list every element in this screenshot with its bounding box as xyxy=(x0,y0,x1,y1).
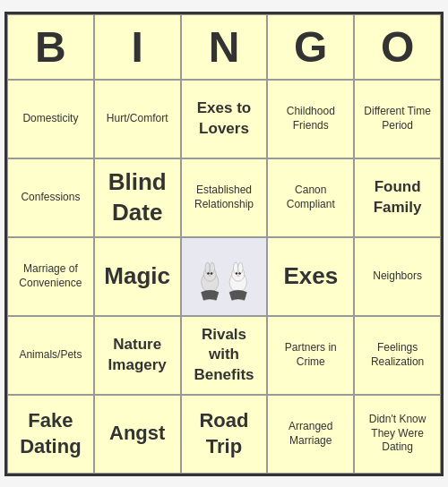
cell-r2-c0[interactable]: Marriage of Convenience xyxy=(7,237,94,316)
cell-r3-c2[interactable]: Rivals with Benefits xyxy=(181,316,268,395)
letter-i: I xyxy=(94,14,181,80)
bingo-header: B I N G O xyxy=(7,14,441,80)
cell-r3-c1[interactable]: Nature Imagery xyxy=(94,316,181,395)
letter-g: G xyxy=(267,14,354,80)
cell-text-r3-c3: Partners in Crime xyxy=(271,341,349,369)
cell-text-r0-c1: Hurt/Comfort xyxy=(107,112,168,126)
cell-text-r1-c1: Blind Date xyxy=(99,167,177,228)
cell-text-r2-c0: Marriage of Convenience xyxy=(12,262,90,290)
svg-point-13 xyxy=(237,275,240,277)
cell-r1-c0[interactable]: Confessions xyxy=(7,158,94,237)
cell-text-r0-c0: Domesticity xyxy=(22,112,78,126)
bingo-grid: DomesticityHurt/ComfortExes to LoversChi… xyxy=(7,80,441,474)
cell-r1-c1[interactable]: Blind Date xyxy=(94,158,181,237)
cell-text-r2-c1: Magic xyxy=(104,261,170,292)
svg-point-2 xyxy=(205,262,210,273)
cell-r0-c1[interactable]: Hurt/Comfort xyxy=(94,80,181,158)
cell-r2-c2[interactable] xyxy=(181,237,268,316)
cell-text-r3-c4: Feelings Realization xyxy=(358,341,436,369)
cell-r2-c4[interactable]: Neighbors xyxy=(354,237,441,316)
cell-r1-c4[interactable]: Found Family xyxy=(354,158,441,237)
letter-o: O xyxy=(354,14,441,80)
cell-r4-c4[interactable]: Didn't Know They Were Dating xyxy=(354,395,441,474)
cell-text-r4-c1: Angst xyxy=(109,421,165,447)
letter-b: B xyxy=(7,14,94,80)
cell-r0-c3[interactable]: Childhood Friends xyxy=(267,80,354,158)
svg-point-3 xyxy=(210,262,214,273)
bingo-card: B I N G O DomesticityHurt/ComfortExes to… xyxy=(4,12,444,476)
cell-r3-c3[interactable]: Partners in Crime xyxy=(267,316,354,395)
svg-point-9 xyxy=(233,262,237,273)
svg-point-10 xyxy=(238,262,243,273)
cell-r4-c0[interactable]: Fake Dating xyxy=(7,395,94,474)
cell-text-r0-c2: Exes to Lovers xyxy=(185,98,263,138)
cell-r1-c2[interactable]: Established Relationship xyxy=(181,158,268,237)
svg-point-6 xyxy=(208,275,211,277)
cell-text-r2-c3: Exes xyxy=(283,261,338,292)
cell-r4-c2[interactable]: Road Trip xyxy=(181,395,268,474)
cell-r1-c3[interactable]: Canon Compliant xyxy=(267,158,354,237)
cell-r0-c4[interactable]: Different Time Period xyxy=(354,80,441,158)
cell-text-r3-c2: Rivals with Benefits xyxy=(185,325,263,384)
cell-r4-c1[interactable]: Angst xyxy=(94,395,181,474)
cell-text-r4-c2: Road Trip xyxy=(185,408,263,459)
letter-n: N xyxy=(181,14,268,80)
cell-text-r3-c0: Animals/Pets xyxy=(19,348,82,363)
cell-text-r0-c3: Childhood Friends xyxy=(271,105,349,132)
cell-text-r1-c2: Established Relationship xyxy=(185,184,263,211)
svg-point-5 xyxy=(211,272,213,275)
cell-r2-c3[interactable]: Exes xyxy=(267,237,354,316)
cell-text-r2-c4: Neighbors xyxy=(373,269,422,284)
cell-r3-c0[interactable]: Animals/Pets xyxy=(7,316,94,395)
cell-text-r0-c4: Different Time Period xyxy=(358,105,436,132)
cell-text-r4-c3: Arranged Marriage xyxy=(271,420,349,448)
cell-r3-c4[interactable]: Feelings Realization xyxy=(354,316,441,395)
cell-r4-c3[interactable]: Arranged Marriage xyxy=(267,395,354,474)
svg-point-11 xyxy=(236,272,238,275)
cell-text-r1-c3: Canon Compliant xyxy=(271,184,349,211)
cell-text-r3-c1: Nature Imagery xyxy=(99,335,177,374)
cell-text-r4-c0: Fake Dating xyxy=(12,408,90,459)
cell-r0-c2[interactable]: Exes to Lovers xyxy=(181,80,268,158)
svg-point-4 xyxy=(207,272,210,275)
svg-point-12 xyxy=(238,272,241,275)
cell-r0-c0[interactable]: Domesticity xyxy=(7,80,94,158)
free-space-icon xyxy=(193,245,255,308)
cell-text-r4-c4: Didn't Know They Were Dating xyxy=(358,413,436,455)
cell-text-r1-c4: Found Family xyxy=(358,177,436,217)
cell-text-r1-c0: Confessions xyxy=(21,191,80,205)
cell-r2-c1[interactable]: Magic xyxy=(94,237,181,316)
